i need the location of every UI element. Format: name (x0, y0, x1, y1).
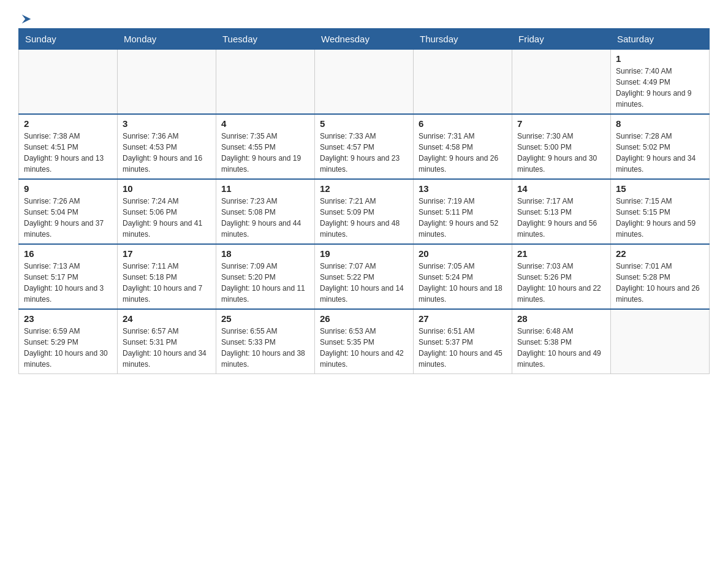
calendar-day-cell: 7Sunrise: 7:30 AM Sunset: 5:00 PM Daylig… (512, 114, 611, 179)
calendar-day-cell: 15Sunrise: 7:15 AM Sunset: 5:15 PM Dayli… (611, 179, 710, 244)
day-info: Sunrise: 7:38 AM Sunset: 4:51 PM Dayligh… (24, 131, 112, 175)
calendar-day-cell: 22Sunrise: 7:01 AM Sunset: 5:28 PM Dayli… (611, 244, 710, 309)
calendar-week-row: 2Sunrise: 7:38 AM Sunset: 4:51 PM Daylig… (19, 114, 710, 179)
day-number: 17 (123, 248, 211, 259)
calendar-week-row: 9Sunrise: 7:26 AM Sunset: 5:04 PM Daylig… (19, 179, 710, 244)
calendar-day-cell: 5Sunrise: 7:33 AM Sunset: 4:57 PM Daylig… (315, 114, 414, 179)
day-info: Sunrise: 7:40 AM Sunset: 4:49 PM Dayligh… (616, 66, 704, 110)
day-info: Sunrise: 7:13 AM Sunset: 5:17 PM Dayligh… (24, 261, 112, 305)
calendar-day-cell: 23Sunrise: 6:59 AM Sunset: 5:29 PM Dayli… (19, 309, 118, 374)
day-info: Sunrise: 6:53 AM Sunset: 5:35 PM Dayligh… (320, 326, 408, 370)
day-number: 6 (419, 118, 507, 129)
day-info: Sunrise: 7:03 AM Sunset: 5:26 PM Dayligh… (517, 261, 605, 305)
calendar-day-cell: 13Sunrise: 7:19 AM Sunset: 5:11 PM Dayli… (414, 179, 512, 244)
day-header-sunday: Sunday (19, 29, 118, 50)
day-number: 23 (24, 313, 112, 324)
day-header-friday: Friday (512, 29, 611, 50)
day-number: 22 (616, 248, 704, 259)
day-number: 1 (616, 53, 704, 64)
day-number: 25 (221, 313, 309, 324)
day-info: Sunrise: 6:57 AM Sunset: 5:31 PM Dayligh… (123, 326, 211, 370)
day-info: Sunrise: 7:09 AM Sunset: 5:20 PM Dayligh… (221, 261, 309, 305)
day-info: Sunrise: 7:30 AM Sunset: 5:00 PM Dayligh… (517, 131, 605, 175)
calendar-day-cell (315, 50, 414, 115)
calendar-day-cell: 16Sunrise: 7:13 AM Sunset: 5:17 PM Dayli… (19, 244, 118, 309)
day-number: 20 (419, 248, 507, 259)
day-info: Sunrise: 7:36 AM Sunset: 4:53 PM Dayligh… (123, 131, 211, 175)
calendar-day-cell: 19Sunrise: 7:07 AM Sunset: 5:22 PM Dayli… (315, 244, 414, 309)
calendar-day-cell (118, 50, 216, 115)
day-info: Sunrise: 7:17 AM Sunset: 5:13 PM Dayligh… (517, 196, 605, 240)
calendar-week-row: 16Sunrise: 7:13 AM Sunset: 5:17 PM Dayli… (19, 244, 710, 309)
day-number: 3 (123, 118, 211, 129)
day-info: Sunrise: 6:51 AM Sunset: 5:37 PM Dayligh… (419, 326, 507, 370)
day-info: Sunrise: 7:33 AM Sunset: 4:57 PM Dayligh… (320, 131, 408, 175)
logo (18, 12, 33, 22)
day-number: 28 (517, 313, 605, 324)
day-info: Sunrise: 6:55 AM Sunset: 5:33 PM Dayligh… (221, 326, 309, 370)
day-number: 11 (221, 183, 309, 194)
day-header-wednesday: Wednesday (315, 29, 414, 50)
day-number: 5 (320, 118, 408, 129)
calendar: SundayMondayTuesdayWednesdayThursdayFrid… (18, 28, 710, 374)
day-number: 12 (320, 183, 408, 194)
calendar-day-cell: 28Sunrise: 6:48 AM Sunset: 5:38 PM Dayli… (512, 309, 611, 374)
calendar-day-cell: 20Sunrise: 7:05 AM Sunset: 5:24 PM Dayli… (414, 244, 512, 309)
calendar-header-row: SundayMondayTuesdayWednesdayThursdayFrid… (19, 29, 710, 50)
calendar-day-cell: 11Sunrise: 7:23 AM Sunset: 5:08 PM Dayli… (216, 179, 315, 244)
day-info: Sunrise: 7:21 AM Sunset: 5:09 PM Dayligh… (320, 196, 408, 240)
calendar-day-cell (216, 50, 315, 115)
day-info: Sunrise: 7:07 AM Sunset: 5:22 PM Dayligh… (320, 261, 408, 305)
day-info: Sunrise: 7:01 AM Sunset: 5:28 PM Dayligh… (616, 261, 704, 305)
calendar-day-cell (512, 50, 611, 115)
calendar-day-cell: 25Sunrise: 6:55 AM Sunset: 5:33 PM Dayli… (216, 309, 315, 374)
day-info: Sunrise: 6:48 AM Sunset: 5:38 PM Dayligh… (517, 326, 605, 370)
calendar-week-row: 1Sunrise: 7:40 AM Sunset: 4:49 PM Daylig… (19, 50, 710, 115)
calendar-day-cell (414, 50, 512, 115)
day-header-thursday: Thursday (414, 29, 512, 50)
day-number: 7 (517, 118, 605, 129)
calendar-day-cell: 1Sunrise: 7:40 AM Sunset: 4:49 PM Daylig… (611, 50, 710, 115)
calendar-day-cell: 6Sunrise: 7:31 AM Sunset: 4:58 PM Daylig… (414, 114, 512, 179)
calendar-day-cell (19, 50, 118, 115)
day-number: 24 (123, 313, 211, 324)
day-number: 8 (616, 118, 704, 129)
calendar-day-cell: 21Sunrise: 7:03 AM Sunset: 5:26 PM Dayli… (512, 244, 611, 309)
day-number: 27 (419, 313, 507, 324)
calendar-day-cell: 14Sunrise: 7:17 AM Sunset: 5:13 PM Dayli… (512, 179, 611, 244)
day-number: 16 (24, 248, 112, 259)
day-header-tuesday: Tuesday (216, 29, 315, 50)
day-number: 10 (123, 183, 211, 194)
calendar-day-cell: 2Sunrise: 7:38 AM Sunset: 4:51 PM Daylig… (19, 114, 118, 179)
calendar-day-cell: 18Sunrise: 7:09 AM Sunset: 5:20 PM Dayli… (216, 244, 315, 309)
day-info: Sunrise: 7:35 AM Sunset: 4:55 PM Dayligh… (221, 131, 309, 175)
day-number: 9 (24, 183, 112, 194)
day-number: 18 (221, 248, 309, 259)
day-number: 2 (24, 118, 112, 129)
day-number: 19 (320, 248, 408, 259)
day-info: Sunrise: 7:23 AM Sunset: 5:08 PM Dayligh… (221, 196, 309, 240)
day-info: Sunrise: 7:28 AM Sunset: 5:02 PM Dayligh… (616, 131, 704, 175)
day-info: Sunrise: 7:11 AM Sunset: 5:18 PM Dayligh… (123, 261, 211, 305)
svg-marker-0 (22, 15, 31, 24)
day-header-monday: Monday (118, 29, 216, 50)
page-header (18, 12, 710, 22)
calendar-week-row: 23Sunrise: 6:59 AM Sunset: 5:29 PM Dayli… (19, 309, 710, 374)
day-header-saturday: Saturday (611, 29, 710, 50)
day-info: Sunrise: 7:15 AM Sunset: 5:15 PM Dayligh… (616, 196, 704, 240)
calendar-day-cell: 9Sunrise: 7:26 AM Sunset: 5:04 PM Daylig… (19, 179, 118, 244)
calendar-day-cell (611, 309, 710, 374)
day-info: Sunrise: 7:26 AM Sunset: 5:04 PM Dayligh… (24, 196, 112, 240)
calendar-day-cell: 8Sunrise: 7:28 AM Sunset: 5:02 PM Daylig… (611, 114, 710, 179)
day-number: 26 (320, 313, 408, 324)
day-info: Sunrise: 6:59 AM Sunset: 5:29 PM Dayligh… (24, 326, 112, 370)
day-number: 21 (517, 248, 605, 259)
day-number: 15 (616, 183, 704, 194)
day-info: Sunrise: 7:24 AM Sunset: 5:06 PM Dayligh… (123, 196, 211, 240)
calendar-day-cell: 4Sunrise: 7:35 AM Sunset: 4:55 PM Daylig… (216, 114, 315, 179)
logo-icon (20, 12, 33, 26)
day-number: 4 (221, 118, 309, 129)
calendar-day-cell: 17Sunrise: 7:11 AM Sunset: 5:18 PM Dayli… (118, 244, 216, 309)
day-info: Sunrise: 7:05 AM Sunset: 5:24 PM Dayligh… (419, 261, 507, 305)
calendar-day-cell: 26Sunrise: 6:53 AM Sunset: 5:35 PM Dayli… (315, 309, 414, 374)
